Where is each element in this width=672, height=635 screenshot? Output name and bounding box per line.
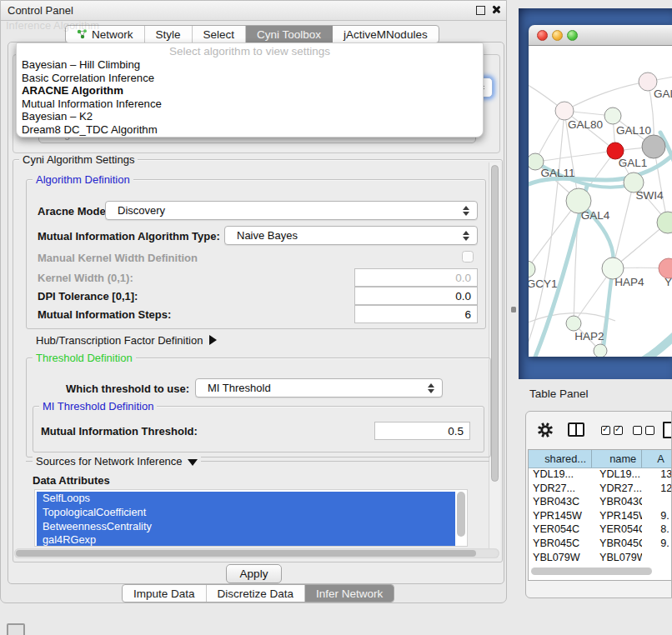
table-row[interactable]: YPR145WYPR145W9. xyxy=(529,509,672,523)
dpi-tolerance-input[interactable]: 0.0 xyxy=(354,287,478,305)
table-cell: YDR27... xyxy=(529,482,592,496)
control-panel-title: Control Panel xyxy=(8,4,73,17)
column-header[interactable]: shared... xyxy=(529,450,592,468)
gear-icon[interactable] xyxy=(536,421,554,439)
select-all-checkboxes-icon[interactable] xyxy=(601,426,610,435)
network-node[interactable] xyxy=(642,135,665,158)
manual-kernel-checkbox[interactable] xyxy=(462,251,474,262)
dropdown-item[interactable]: Basic Correlation Inference xyxy=(21,72,479,85)
attribute-list-item[interactable]: TopologicalCoefficient xyxy=(37,506,455,520)
hub-definition-toggle[interactable]: Hub/Transcription Factor Definition xyxy=(36,334,217,347)
mi-threshold-value: 0.5 xyxy=(448,425,464,438)
horizontal-scrollbar-thumb[interactable] xyxy=(16,550,476,557)
tab-impute-data[interactable]: Impute Data xyxy=(123,585,207,602)
table-row[interactable]: YER054CYER054C8. xyxy=(529,522,672,537)
horizontal-scrollbar[interactable] xyxy=(14,548,499,558)
which-threshold-value: MI Threshold xyxy=(208,382,271,394)
table-cell: YLR345W xyxy=(529,564,592,566)
attribute-list-item[interactable]: SelfLoops xyxy=(37,492,455,506)
network-view-window[interactable]: GALGAL80GAL10GAL1GAL11SWI4GAL4GCY1HAP4YH… xyxy=(529,25,672,357)
tab-label: Select xyxy=(203,28,235,41)
scrollbar-thumb[interactable] xyxy=(491,165,499,482)
dropdown-items: Bayesian – Hill ClimbingBasic Correlatio… xyxy=(21,58,479,137)
select-all-checkboxes-icon[interactable] xyxy=(614,426,623,435)
close-icon[interactable] xyxy=(491,5,500,14)
new-table-icon[interactable] xyxy=(663,422,672,438)
network-edge xyxy=(529,111,564,354)
tab-style[interactable]: Style xyxy=(145,26,193,42)
attribute-list-item[interactable]: BetweennessCentrality xyxy=(37,520,455,534)
mi-type-label: Mutual Information Algorithm Type: xyxy=(38,230,220,242)
attribute-list-item[interactable]: gal4RGexp xyxy=(37,533,455,547)
float-window-icon[interactable] xyxy=(476,6,485,15)
table-header: shared...nameA xyxy=(529,450,672,468)
apply-button[interactable]: Apply xyxy=(226,564,282,583)
table-row[interactable]: YBR043CYBR043C xyxy=(529,495,672,509)
table-row[interactable]: YBL079WYBL079W xyxy=(529,551,672,565)
tab-network[interactable]: Network xyxy=(66,26,145,42)
network-node[interactable] xyxy=(566,316,581,331)
table-cell: 8. xyxy=(642,522,672,537)
mi-type-combobox[interactable]: Naive Bayes xyxy=(224,226,478,245)
network-node[interactable] xyxy=(604,108,621,124)
close-traffic-light-icon[interactable] xyxy=(537,30,548,41)
kernel-width-input[interactable]: 0.0 xyxy=(354,268,478,287)
mi-type-value: Naive Bayes xyxy=(237,229,298,242)
network-window-titlebar[interactable] xyxy=(529,25,672,46)
node-label: GAL4 xyxy=(581,209,610,222)
table-row[interactable]: YLR345WYLR345W9. xyxy=(529,564,672,566)
table-cell: YPR145W xyxy=(592,509,642,523)
deselect-all-checkboxes-icon[interactable] xyxy=(633,426,642,435)
minimized-panel-icon[interactable] xyxy=(7,623,25,635)
network-canvas[interactable]: GALGAL80GAL10GAL1GAL11SWI4GAL4GCY1HAP4YH… xyxy=(529,46,672,357)
dropdown-item[interactable]: Bayesian – Hill Climbing xyxy=(21,58,479,72)
dropdown-item[interactable]: Bayesian – K2 xyxy=(21,110,479,123)
splitter-handle[interactable] xyxy=(511,307,516,312)
data-attributes-list[interactable]: SelfLoopsTopologicalCoefficientBetweenne… xyxy=(34,489,468,547)
network-node[interactable] xyxy=(594,344,607,357)
aracne-mode-combobox[interactable]: Discovery xyxy=(105,201,478,220)
table-cell: YLR345W xyxy=(592,564,642,566)
screen: Control Panel gal-filtered sif default n… xyxy=(0,0,672,635)
node-label: SWI4 xyxy=(635,189,663,202)
deselect-all-checkboxes-icon[interactable] xyxy=(645,426,654,435)
network-node[interactable] xyxy=(529,261,535,278)
table-horizontal-scrollbar-thumb[interactable] xyxy=(531,568,652,575)
dropdown-item[interactable]: Dream8 DC_TDC Algorithm xyxy=(21,123,479,137)
tab-infer-network[interactable]: Infer Network xyxy=(305,585,394,602)
sources-title-label: Sources for Network Inference xyxy=(36,455,183,468)
combo-arrows-icon xyxy=(462,205,469,217)
node-label: GAL10 xyxy=(616,124,651,137)
table-cell: 9. xyxy=(642,537,672,551)
tab-discretize-data[interactable]: Discretize Data xyxy=(207,585,306,602)
attributes-list-scrollbar-thumb[interactable] xyxy=(457,492,465,537)
tab-jactivemnodules[interactable]: jActiveMNodules xyxy=(333,26,439,42)
column-header[interactable]: name xyxy=(592,450,642,468)
mi-steps-input[interactable]: 6 xyxy=(354,305,478,323)
mi-threshold-input[interactable]: 0.5 xyxy=(374,422,470,440)
sources-toggle[interactable]: Sources for Network Inference xyxy=(33,455,201,468)
which-threshold-combobox[interactable]: MI Threshold xyxy=(195,378,443,398)
minimize-traffic-light-icon[interactable] xyxy=(552,30,563,41)
manual-kernel-label: Manual Kernel Width Definition xyxy=(38,252,198,264)
tab-label: Cyni Toolbox xyxy=(257,28,321,41)
table-row[interactable]: YBR045CYBR045C9. xyxy=(529,537,672,551)
table-panel: shared...nameA YDL19...YDL19...13YDR27..… xyxy=(525,411,672,598)
network-edge xyxy=(535,151,615,162)
table-row[interactable]: YDL19...YDL19...13 xyxy=(529,468,672,482)
table-cell: YER054C xyxy=(529,522,592,537)
zoom-traffic-light-icon[interactable] xyxy=(567,30,578,41)
split-columns-icon[interactable] xyxy=(568,422,584,437)
table-row[interactable]: YDR27...YDR27...12 xyxy=(529,482,672,496)
table-cell: YBR045C xyxy=(592,537,642,551)
dropdown-item[interactable]: ARACNE Algorithm xyxy=(21,84,479,98)
tab-select[interactable]: Select xyxy=(193,26,247,42)
dropdown-item[interactable]: Mutual Information Inference xyxy=(21,98,479,111)
column-header[interactable]: A xyxy=(642,450,672,468)
node-label: GAL11 xyxy=(540,167,574,179)
network-node[interactable] xyxy=(555,102,574,120)
cyni-group-title: Cyni Algorithm Settings xyxy=(19,153,138,166)
tab-cyni-toolbox[interactable]: Cyni Toolbox xyxy=(246,26,333,42)
combo-arrows-icon xyxy=(427,382,434,394)
aracne-mode-label: Aracne Mode: xyxy=(38,205,109,218)
